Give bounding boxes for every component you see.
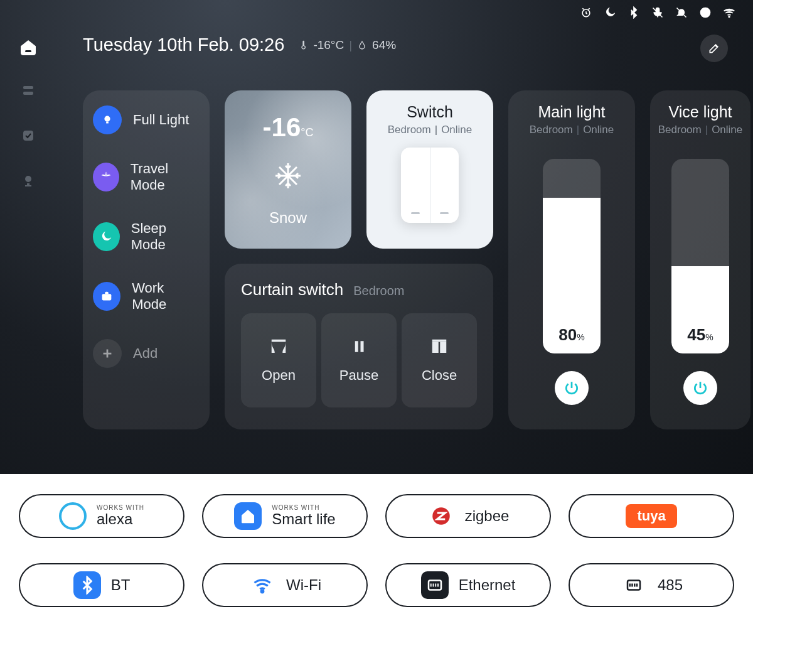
switch-graphic [401, 148, 459, 223]
svg-rect-11 [106, 122, 109, 124]
bulb-icon [93, 105, 122, 134]
svg-rect-9 [25, 185, 31, 186]
svg-rect-5 [23, 92, 33, 95]
light-title: Main light [538, 103, 606, 121]
middle-column: -16°C Snow Switch Bedroom|Online Curtain… [225, 90, 493, 436]
svg-point-10 [104, 116, 110, 122]
pause-icon [350, 337, 368, 356]
moon-icon [604, 6, 616, 21]
svg-point-3 [729, 16, 730, 18]
curtain-pause-button[interactable]: Pause [321, 313, 397, 407]
badge-485: 485 [569, 563, 734, 607]
alexa-icon [59, 502, 87, 530]
tuya-icon: tuya [626, 504, 677, 528]
svg-rect-6 [23, 131, 33, 141]
badge-label: alexa [97, 511, 144, 527]
power-button[interactable] [683, 371, 717, 405]
scene-add[interactable]: Add [93, 339, 200, 368]
zigbee-icon [427, 502, 455, 530]
svg-rect-18 [440, 342, 446, 353]
nav-camera[interactable] [21, 173, 36, 191]
badge-label: Ethernet [459, 576, 516, 594]
datetime: Tuesday 10th Feb. 09:26 [83, 35, 284, 55]
button-label: Close [422, 367, 457, 384]
alarm-icon [580, 6, 592, 21]
header-humidity: 64% [372, 38, 396, 52]
top-bar: Tuesday 10th Feb. 09:26 -16°C | 64% [83, 35, 396, 55]
smartlife-icon [234, 502, 262, 530]
pencil-icon [708, 42, 720, 55]
wifi-icon [723, 6, 735, 21]
svg-point-20 [261, 590, 264, 593]
curtain-card: Curtain switch Bedroom Open Pause Close [225, 264, 493, 429]
curtain-close-button[interactable]: Close [402, 313, 477, 407]
svg-rect-4 [23, 86, 33, 89]
badge-label: zigbee [465, 507, 510, 525]
svg-rect-14 [355, 341, 358, 352]
cards-row[interactable]: Full Light Travel Mode Sleep Mode Work M… [83, 90, 753, 436]
header-temp: -16°C [313, 38, 344, 52]
badge-alexa: WORKS WITHalexa [19, 494, 184, 538]
badge-bt: BT [19, 563, 184, 607]
smart-home-panel: Tuesday 10th Feb. 09:26 -16°C | 64% Full… [0, 0, 753, 474]
curtain-open-button[interactable]: Open [241, 313, 316, 407]
nav-home[interactable] [21, 40, 36, 55]
moon-scene-icon [93, 222, 120, 251]
bluetooth-icon [628, 6, 640, 21]
nav-devices[interactable] [21, 83, 36, 100]
svg-rect-17 [432, 342, 439, 353]
weather-condition: Snow [269, 209, 307, 227]
scene-label: Work Mode [132, 280, 200, 313]
scene-label: Travel Mode [131, 161, 200, 194]
weather-card[interactable]: -16°C Snow [225, 90, 351, 249]
light-title: Vice light [669, 103, 732, 121]
light-meta: Bedroom|Online [530, 124, 614, 136]
button-label: Open [262, 367, 296, 384]
brightness-slider[interactable]: 45% [671, 159, 729, 353]
vice-light-card: Vice light Bedroom|Online 45% [650, 90, 751, 429]
badge-tuya: tuya [569, 494, 734, 538]
power-icon [564, 380, 580, 396]
main-light-card: Main light Bedroom|Online 80% [508, 90, 635, 429]
svg-rect-16 [432, 340, 447, 342]
scene-sleep-mode[interactable]: Sleep Mode [93, 220, 200, 254]
scene-work-mode[interactable]: Work Mode [93, 280, 200, 313]
snowflake-icon [273, 161, 303, 191]
button-label: Pause [339, 367, 378, 384]
nav-tasks[interactable] [21, 128, 36, 146]
scene-travel-mode[interactable]: Travel Mode [93, 161, 200, 194]
badge-ethernet: Ethernet [385, 563, 551, 607]
thermometer-icon [298, 40, 308, 50]
svg-rect-13 [272, 340, 286, 342]
status-bar [580, 6, 735, 21]
power-button[interactable] [555, 371, 589, 405]
compatibility-badges: WORKS WITHalexa WORKS WITHSmart life zig… [0, 474, 753, 652]
switch-meta: Bedroom|Online [388, 124, 473, 136]
badge-wifi: Wi-Fi [202, 563, 368, 607]
weather-temp: -16°C [263, 112, 314, 143]
curtain-close-icon [430, 337, 449, 356]
svg-rect-12 [102, 294, 112, 300]
switch-card[interactable]: Switch Bedroom|Online [366, 90, 493, 249]
svg-rect-8 [27, 183, 29, 185]
brightness-slider[interactable]: 80% [543, 159, 601, 353]
scene-label: Sleep Mode [131, 220, 200, 254]
light-meta: Bedroom|Online [658, 124, 743, 136]
power-icon [692, 380, 708, 396]
droplet-icon [357, 40, 367, 50]
mic-muted-icon [651, 6, 664, 21]
scene-label: Add [133, 345, 158, 362]
plus-icon [93, 339, 122, 368]
globe-icon [699, 6, 712, 21]
wifi-badge-icon [248, 571, 276, 599]
scene-full-light[interactable]: Full Light [93, 105, 200, 134]
rs485-icon [620, 571, 648, 599]
curtain-room: Bedroom [353, 284, 404, 298]
palm-icon [93, 163, 119, 191]
ethernet-icon [421, 571, 449, 599]
curtain-title: Curtain switch [241, 280, 343, 299]
edit-button[interactable] [700, 35, 728, 62]
badge-label: 485 [658, 576, 683, 594]
svg-point-7 [25, 176, 31, 182]
scenes-card: Full Light Travel Mode Sleep Mode Work M… [83, 90, 210, 429]
